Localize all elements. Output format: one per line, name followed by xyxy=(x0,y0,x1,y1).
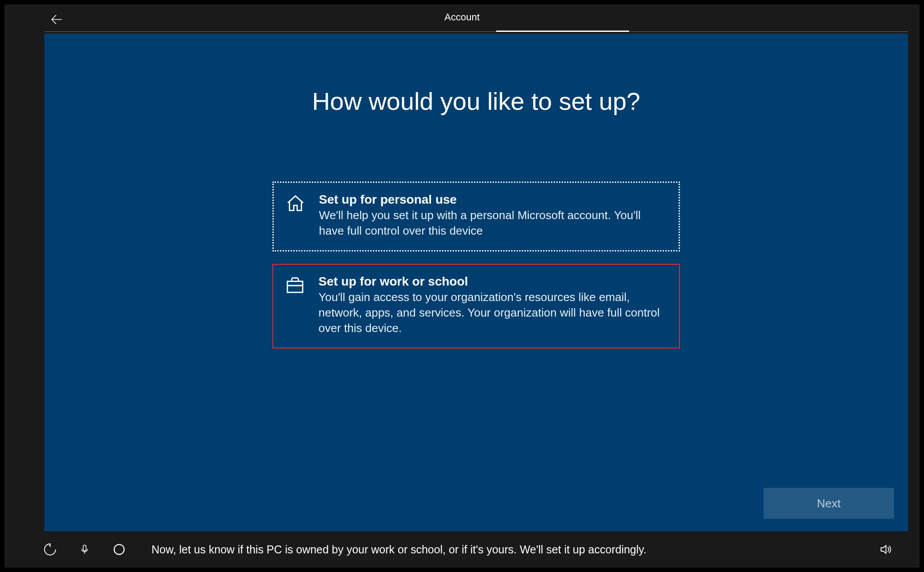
tray-icons xyxy=(43,542,127,557)
option-personal-description: We'll help you set it up with a personal… xyxy=(319,208,667,239)
cortana-text: Now, let us know if this PC is owned by … xyxy=(151,543,878,556)
option-work-heading: Set up for work or school xyxy=(318,274,668,289)
header: Account xyxy=(4,4,920,32)
accessibility-icon[interactable] xyxy=(43,542,58,557)
options-container: Set up for personal use We'll help you s… xyxy=(272,182,680,361)
next-button[interactable]: Next xyxy=(764,488,894,519)
volume-icon[interactable] xyxy=(878,542,893,557)
page-title: How would you like to set up? xyxy=(312,87,641,116)
tab-account[interactable]: Account xyxy=(444,12,480,23)
bottom-bar: Now, let us know if this PC is owned by … xyxy=(4,531,920,568)
option-personal-heading: Set up for personal use xyxy=(319,193,667,207)
briefcase-icon xyxy=(285,274,308,336)
svg-rect-2 xyxy=(83,545,86,551)
back-button[interactable] xyxy=(49,12,65,27)
svg-point-3 xyxy=(114,545,124,555)
option-work-school[interactable]: Set up for work or school You'll gain ac… xyxy=(272,264,680,348)
home-icon xyxy=(285,193,308,239)
option-personal[interactable]: Set up for personal use We'll help you s… xyxy=(272,182,680,251)
header-divider xyxy=(44,31,908,32)
option-work-description: You'll gain access to your organization'… xyxy=(318,290,668,336)
main-panel: How would you like to set up? Set up for… xyxy=(44,34,908,531)
cortana-icon[interactable] xyxy=(112,542,127,557)
tab-underline xyxy=(496,31,629,32)
svg-rect-0 xyxy=(287,282,303,293)
microphone-icon[interactable] xyxy=(77,542,92,557)
